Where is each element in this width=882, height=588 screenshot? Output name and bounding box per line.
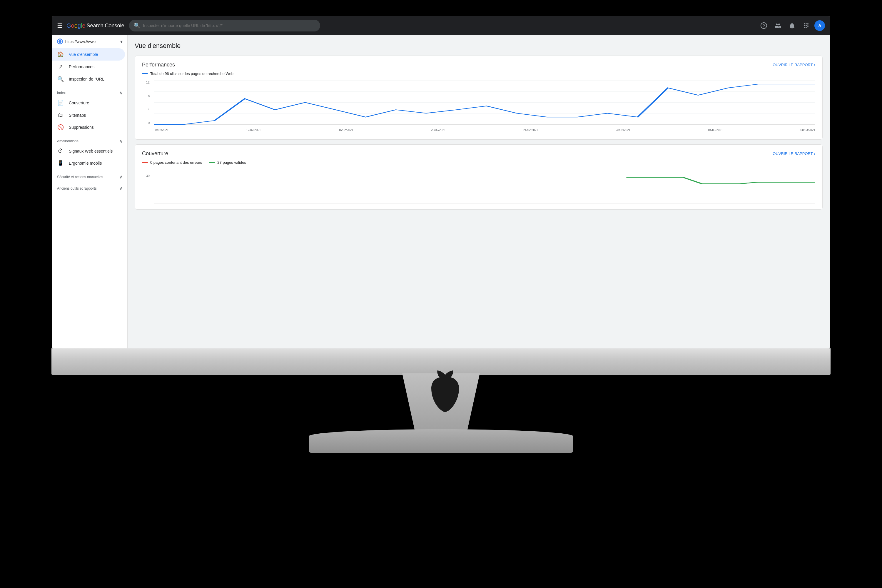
x-label-0: 08/02/2021 xyxy=(154,129,168,132)
page-title: Vue d'ensemble xyxy=(135,42,823,50)
anciens-outils-chevron-icon: ∨ xyxy=(119,186,123,191)
property-icon xyxy=(57,39,63,44)
main-content: Vue d'ensemble Performances OUVRIR LE RA… xyxy=(128,35,830,348)
chart-y-labels: 12 8 4 0 xyxy=(142,81,151,124)
couverture-card: Couverture OUVRIR LE RAPPORT › 0 pages c… xyxy=(135,144,823,210)
index-chevron-icon: ∧ xyxy=(119,90,123,96)
sidebar-item-ergonomie-mobile[interactable]: 📱 Ergonomie mobile xyxy=(52,157,125,170)
anciens-outils-section-label: Anciens outils et rapports xyxy=(57,186,97,190)
couverture-line-chart xyxy=(154,174,815,203)
search-input[interactable] xyxy=(143,23,315,28)
chart-drawing-area xyxy=(154,81,815,124)
sidebar-item-label-sitemaps: Sitemaps xyxy=(69,113,86,118)
y-label-4: 4 xyxy=(148,108,150,111)
x-label-2: 16/02/2021 xyxy=(339,129,353,132)
user-accounts-icon[interactable] xyxy=(772,20,784,32)
main-layout: https://www.//wwe ▾ 🏠 Vue d'ensemble ↗ P… xyxy=(52,35,830,348)
ameliorations-section-header[interactable]: Améliorations ∧ xyxy=(52,134,127,145)
x-label-4: 24/02/2021 xyxy=(524,129,538,132)
couverture-chart-area xyxy=(154,174,815,204)
user-avatar[interactable]: a xyxy=(814,20,825,31)
monitor-stand-base xyxy=(309,429,573,453)
home-icon: 🏠 xyxy=(57,51,64,58)
topbar: ☰ Google Search Console 🔍 ? xyxy=(52,16,830,35)
x-label-1: 12/02/2021 xyxy=(246,129,261,132)
couverture-report-link-chevron: › xyxy=(814,152,815,156)
inspection-icon: 🔍 xyxy=(57,76,64,82)
couverture-card-title: Couverture xyxy=(142,150,168,157)
securite-chevron-icon: ∨ xyxy=(119,174,123,180)
sidebar-item-label-performances: Performances xyxy=(69,64,94,69)
help-icon-button[interactable]: ? xyxy=(758,20,770,32)
svg-text:?: ? xyxy=(763,24,765,28)
property-chevron-icon: ▾ xyxy=(120,39,123,44)
google-logo-text: Google xyxy=(66,22,86,29)
chart-x-labels: 08/02/2021 12/02/2021 16/02/2021 20/02/2… xyxy=(154,126,815,134)
securite-section-header[interactable]: Sécurité et actions manuelles ∨ xyxy=(52,170,127,181)
sidebar-item-label-signaux-web: Signaux Web essentiels xyxy=(69,149,112,153)
performances-line-chart xyxy=(154,81,815,124)
index-section-label: Index xyxy=(57,91,66,95)
performances-report-link-label: OUVRIR LE RAPPORT xyxy=(772,63,813,67)
performances-legend: Total de 96 clics sur les pages de reche… xyxy=(142,72,815,76)
performances-legend-text: Total de 96 clics sur les pages de reche… xyxy=(150,72,233,76)
performances-chart: 12 8 4 0 xyxy=(142,81,815,134)
sitemaps-icon: 🗂 xyxy=(57,112,64,118)
performances-legend-line xyxy=(142,73,148,74)
sidebar-item-label-vue-ensemble: Vue d'ensemble xyxy=(69,52,98,57)
search-icon: 🔍 xyxy=(134,22,140,29)
performances-card: Performances OUVRIR LE RAPPORT › Total d… xyxy=(135,56,823,140)
couverture-legend-valid: 27 pages valides xyxy=(209,160,246,165)
y-label-0: 0 xyxy=(148,121,150,124)
couverture-report-link-label: OUVRIR LE RAPPORT xyxy=(772,152,813,156)
x-label-7: 08/03/2021 xyxy=(801,129,815,132)
sidebar-item-label-inspection-url: Inspection de l'URL xyxy=(69,77,104,81)
couverture-errors-legend-text: 0 pages contenant des erreurs xyxy=(150,160,202,165)
couverture-report-link[interactable]: OUVRIR LE RAPPORT › xyxy=(772,152,815,156)
sidebar-item-suppressions[interactable]: 🚫 Suppressions xyxy=(52,121,125,134)
y-label-8: 8 xyxy=(148,94,150,98)
topbar-right: ? a xyxy=(758,20,825,32)
apple-logo xyxy=(409,362,473,426)
couverture-y-label-30: 30 xyxy=(146,174,150,178)
search-bar[interactable]: 🔍 xyxy=(129,20,320,32)
sidebar-item-performances[interactable]: ↗ Performances xyxy=(52,61,125,73)
performances-icon: ↗ xyxy=(57,63,64,70)
x-label-3: 20/02/2021 xyxy=(431,129,446,132)
performances-report-link[interactable]: OUVRIR LE RAPPORT › xyxy=(772,63,815,67)
sidebar-item-signaux-web[interactable]: ⏱ Signaux Web essentiels xyxy=(52,145,125,157)
couverture-legend-errors: 0 pages contenant des erreurs xyxy=(142,160,202,165)
app-logo: Google Search Console xyxy=(66,22,124,29)
sidebar-item-sitemaps[interactable]: 🗂 Sitemaps xyxy=(52,109,125,121)
performances-card-header: Performances OUVRIR LE RAPPORT › xyxy=(142,62,815,68)
couverture-chart: 30 xyxy=(142,174,815,204)
performances-card-title: Performances xyxy=(142,62,175,68)
anciens-outils-section-header[interactable]: Anciens outils et rapports ∨ xyxy=(52,181,127,192)
sidebar-item-label-ergonomie-mobile: Ergonomie mobile xyxy=(69,161,102,165)
monitor-screen: ☰ Google Search Console 🔍 ? xyxy=(52,16,830,348)
sidebar-item-couverture[interactable]: 📄 Couverture xyxy=(52,97,125,109)
sidebar-item-inspection-url[interactable]: 🔍 Inspection de l'URL xyxy=(52,73,125,85)
property-url: https://www.//wwe xyxy=(65,39,118,44)
securite-section-label: Sécurité et actions manuelles xyxy=(57,175,103,179)
hamburger-menu-icon[interactable]: ☰ xyxy=(57,22,63,29)
apps-grid-icon[interactable] xyxy=(800,20,812,32)
sidebar-item-vue-ensemble[interactable]: 🏠 Vue d'ensemble xyxy=(52,48,125,61)
sidebar-item-label-couverture: Couverture xyxy=(69,100,89,105)
performances-report-link-chevron: › xyxy=(814,63,815,67)
couverture-icon: 📄 xyxy=(57,100,64,106)
couverture-errors-legend-line xyxy=(142,162,148,163)
property-selector[interactable]: https://www.//wwe ▾ xyxy=(52,35,127,48)
suppressions-icon: 🚫 xyxy=(57,124,64,130)
couverture-card-header: Couverture OUVRIR LE RAPPORT › xyxy=(142,150,815,157)
topbar-left: ☰ Google Search Console xyxy=(57,22,124,29)
y-label-12: 12 xyxy=(146,81,150,84)
x-label-6: 04/03/2021 xyxy=(708,129,723,132)
couverture-valid-legend-line xyxy=(209,162,215,163)
property-circle xyxy=(58,39,62,44)
notifications-icon[interactable] xyxy=(786,20,798,32)
index-section-header[interactable]: Index ∧ xyxy=(52,85,127,97)
couverture-valid-legend-text: 27 pages valides xyxy=(217,160,246,165)
ergonomie-mobile-icon: 📱 xyxy=(57,160,64,166)
sidebar: https://www.//wwe ▾ 🏠 Vue d'ensemble ↗ P… xyxy=(52,35,128,348)
